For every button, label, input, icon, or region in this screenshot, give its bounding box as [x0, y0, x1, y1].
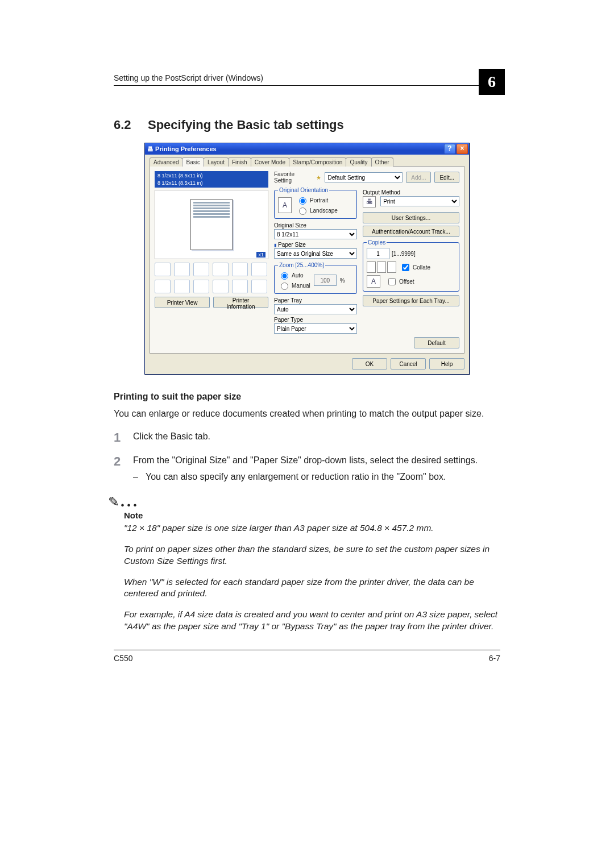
note-icon: ✎... — [108, 492, 500, 510]
output-method-select[interactable]: Print — [380, 196, 459, 206]
paper-tray-select[interactable]: Auto — [274, 304, 357, 314]
zoom-auto-radio[interactable]: Auto — [278, 271, 310, 280]
intro-paragraph: You can enlarge or reduce documents crea… — [114, 408, 500, 420]
paper-tray-label: Paper Tray — [274, 297, 357, 304]
user-settings-button[interactable]: User Settings... — [363, 212, 459, 223]
collate-icon — [367, 261, 396, 273]
offset-icon: A — [367, 275, 380, 288]
tab-cover-mode[interactable]: Cover Mode — [251, 157, 289, 167]
printer-icon: 🖶 — [147, 146, 155, 152]
zoom-value-input[interactable] — [314, 275, 337, 286]
layout-icon[interactable] — [232, 280, 248, 293]
favorite-add-button[interactable]: Add... — [406, 172, 431, 183]
copies-range: [1...9999] — [392, 251, 416, 257]
layout-icon[interactable] — [251, 263, 267, 276]
layout-icon[interactable] — [232, 263, 248, 276]
zoom-indicator: x1 — [256, 252, 265, 258]
orientation-icon: A — [278, 197, 292, 213]
copies-group: Copies [1...9999] Collate — [363, 239, 459, 292]
note-paragraph: For example, if A4 size data is created … — [124, 609, 500, 633]
tab-quality[interactable]: Quality — [346, 157, 371, 167]
zoom-percent-label: % — [340, 277, 345, 284]
tab-basic[interactable]: Basic — [182, 157, 204, 167]
favorite-setting-label: Favorite Setting — [274, 171, 313, 184]
layout-icon[interactable] — [213, 263, 229, 276]
step-item: 1 Click the Basic tab. — [114, 430, 500, 445]
section-heading: 6.2Specifying the Basic tab settings — [114, 118, 500, 132]
paper-type-select[interactable]: Plain Paper — [274, 323, 357, 334]
tab-other[interactable]: Other — [371, 157, 393, 167]
chapter-badge: 6 — [479, 69, 505, 95]
close-icon[interactable]: × — [457, 144, 468, 154]
tab-layout[interactable]: Layout — [204, 157, 229, 167]
note-heading: Note — [124, 510, 500, 520]
note-paragraph: When "W" is selected for each standard p… — [124, 576, 500, 600]
note-paragraph: "12 × 18" paper size is one size larger … — [124, 522, 500, 534]
copies-input[interactable] — [367, 248, 389, 259]
dialog-titlebar[interactable]: 🖶 Printing Preferences ? × — [145, 143, 469, 155]
ok-button[interactable]: OK — [352, 358, 387, 369]
preview-icon-row — [155, 263, 268, 293]
default-button[interactable]: Default — [414, 337, 459, 348]
tab-strip: Advanced Basic Layout Finish Cover Mode … — [150, 157, 464, 167]
layout-icon[interactable] — [174, 263, 190, 276]
size-readout: 8 1/2x11 (8.5x11 in) 8 1/2x11 (8.5x11 in… — [155, 171, 268, 188]
original-size-label: Original Size — [274, 222, 357, 229]
layout-icon[interactable] — [155, 263, 171, 276]
favorite-edit-button[interactable]: Edit... — [434, 172, 459, 183]
subsection-heading: Printing to suit the paper size — [114, 392, 500, 402]
output-method-label: Output Method — [363, 189, 459, 196]
layout-icon[interactable] — [193, 263, 209, 276]
paper-type-label: Paper Type — [274, 317, 357, 323]
printer-small-icon: 🖶 — [363, 196, 376, 207]
printing-preferences-dialog: 🖶 Printing Preferences ? × Advanced Basi… — [144, 143, 470, 375]
collate-checkbox[interactable]: Collate — [400, 262, 430, 273]
favorite-setting-select[interactable]: Default Setting — [325, 172, 403, 182]
dialog-title: Printing Preferences — [155, 146, 217, 152]
tab-finish[interactable]: Finish — [228, 157, 251, 167]
printer-information-button[interactable]: Printer Information — [213, 297, 268, 308]
paper-sheet-icon — [190, 199, 233, 250]
footer-page: 6-7 — [489, 654, 500, 663]
original-orientation-group: Original Orientation A Portrait Landscap… — [274, 187, 357, 219]
running-head: Setting up the PostScript driver (Window… — [114, 73, 263, 82]
footer-model: C550 — [114, 654, 132, 663]
help-icon[interactable]: ? — [444, 144, 455, 154]
paper-size-label: Paper Size — [274, 242, 357, 248]
note-paragraph: To print on paper sizes other than the s… — [124, 543, 500, 567]
zoom-group: Zoom [25...400%] Auto Manual % — [274, 262, 357, 294]
paper-size-select[interactable]: Same as Original Size — [274, 248, 357, 259]
printer-view-button[interactable]: Printer View — [155, 297, 210, 308]
star-icon: ★ — [316, 175, 321, 181]
cancel-button[interactable]: Cancel — [391, 358, 426, 369]
portrait-radio[interactable]: Portrait — [296, 196, 338, 205]
layout-icon[interactable] — [251, 280, 267, 293]
tab-advanced[interactable]: Advanced — [150, 157, 182, 167]
step-item: 2 From the "Original Size" and "Paper Si… — [114, 454, 500, 483]
paper-settings-tray-button[interactable]: Paper Settings for Each Tray... — [363, 295, 459, 306]
layout-icon[interactable] — [155, 280, 171, 293]
page-preview: x1 — [155, 190, 268, 259]
help-button[interactable]: Help — [429, 358, 464, 369]
offset-checkbox[interactable]: Offset — [386, 276, 414, 287]
landscape-radio[interactable]: Landscape — [296, 206, 338, 215]
authentication-button[interactable]: Authentication/Account Track... — [363, 226, 459, 237]
layout-icon[interactable] — [174, 280, 190, 293]
tab-stamp-composition[interactable]: Stamp/Composition — [289, 157, 346, 167]
zoom-manual-radio[interactable]: Manual — [278, 281, 310, 290]
original-size-select[interactable]: 8 1/2x11 — [274, 229, 357, 239]
layout-icon[interactable] — [193, 280, 209, 293]
layout-icon[interactable] — [213, 280, 229, 293]
